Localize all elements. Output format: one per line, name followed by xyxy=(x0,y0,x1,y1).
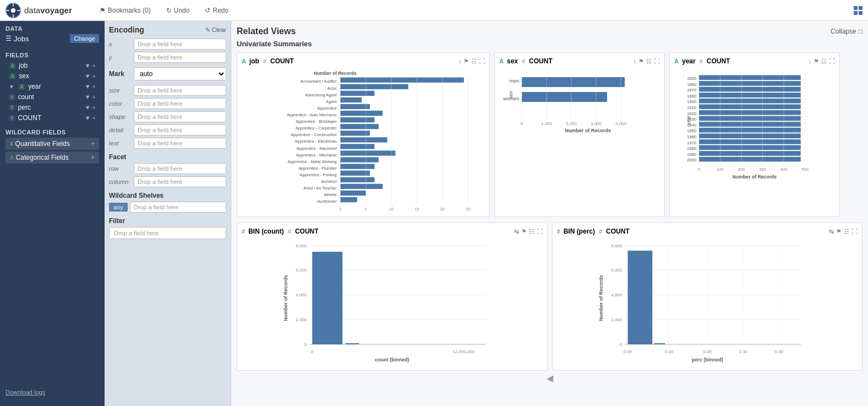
bookmark-icon-count-hist[interactable]: ⚑ xyxy=(521,228,527,235)
add-icon-count[interactable]: + xyxy=(92,94,96,100)
svg-text:0: 0 xyxy=(698,167,700,172)
encoding-title: Encoding xyxy=(109,25,144,34)
expand-icon-count-hist[interactable]: ⛶ xyxy=(537,228,543,235)
expand-icon-perc-hist[interactable]: ⛶ xyxy=(851,228,858,235)
table-icon-count-hist[interactable]: ☷ xyxy=(529,228,534,235)
filter-drop[interactable]: Drop a field here xyxy=(109,227,226,239)
bookmark-icon-year[interactable]: ⚑ xyxy=(814,58,819,65)
add-icon-COUNT[interactable]: + xyxy=(92,115,96,121)
svg-text:0.20: 0.20 xyxy=(703,349,712,354)
mark-select[interactable]: auto bar point line area tick rect xyxy=(134,67,226,80)
collapse-button[interactable]: Collapse □ xyxy=(831,28,862,35)
encoding-shape-drop[interactable]: Drop a field here xyxy=(134,111,226,122)
sex-chart-icons: ↕ ⚑ ☷ ⛶ xyxy=(634,58,660,65)
field-sex[interactable]: A sex ▼ + xyxy=(6,71,99,81)
clear-button[interactable]: ✎ Clear xyxy=(205,26,226,34)
svg-text:Apprentice - Carpenter: Apprentice - Carpenter xyxy=(296,126,337,131)
count-histogram-card: # BIN (count) # COUNT ↹ ⚑ ☷ ⛶ 8,000 6,00 xyxy=(237,223,548,371)
sort-icon-sex[interactable]: ↕ xyxy=(634,58,637,65)
encoding-text-drop[interactable]: Drop a field here xyxy=(134,138,226,149)
svg-text:400: 400 xyxy=(780,167,788,172)
encoding-row-drop[interactable]: Drop a field here xyxy=(134,163,226,174)
svg-text:5: 5 xyxy=(365,207,367,210)
field-COUNT[interactable]: # COUNT ▼ + xyxy=(6,113,99,123)
sort-icon-job[interactable]: ↕ xyxy=(458,58,462,65)
field-perc[interactable]: # perc ▼ + xyxy=(6,102,99,112)
filter-icon-count[interactable]: ▼ xyxy=(85,94,91,100)
encoding-y-drop[interactable]: Drop a field here xyxy=(134,52,226,63)
table-icon-year[interactable]: ☷ xyxy=(821,58,827,65)
undo-button[interactable]: ↻ Undo xyxy=(161,4,195,17)
svg-rect-27 xyxy=(340,124,379,129)
year-chart-x-type: A xyxy=(674,58,679,64)
svg-text:6,000: 6,000 xyxy=(611,268,623,273)
bookmark-icon-sex[interactable]: ⚑ xyxy=(638,58,644,65)
scroll-left-indicator[interactable]: ◀ xyxy=(237,371,862,386)
expand-icon-job[interactable]: ⛶ xyxy=(479,58,485,65)
bottom-charts-row: # BIN (count) # COUNT ↹ ⚑ ☷ ⛶ 8,000 6,00 xyxy=(237,223,862,371)
filter-icon-job[interactable]: ▼ xyxy=(85,62,91,69)
filter-icon-perc[interactable]: ▼ xyxy=(85,104,91,111)
sort-icon-count-hist[interactable]: ↹ xyxy=(514,228,519,235)
grid-view-icon[interactable] xyxy=(854,6,862,15)
add-icon-sex[interactable]: + xyxy=(92,73,96,79)
redo-button[interactable]: ↺ Redo xyxy=(199,4,234,17)
encoding-detail-drop[interactable]: Drop a field here xyxy=(134,124,226,136)
encoding-column-drop[interactable]: Drop a field here xyxy=(134,176,226,187)
download-logs-link[interactable]: Download logs xyxy=(6,389,45,396)
field-count[interactable]: # count ▼ + xyxy=(6,92,99,102)
bookmark-icon-perc-hist[interactable]: ⚑ xyxy=(836,228,842,235)
field-job[interactable]: A job ▼ + xyxy=(6,61,99,71)
table-icon-perc-hist[interactable]: ☷ xyxy=(844,228,849,235)
table-icon-sex[interactable]: ☷ xyxy=(646,58,652,65)
sort-icon-perc-hist[interactable]: ↹ xyxy=(829,228,834,235)
dataset-label: ☰ Jobs xyxy=(6,35,29,43)
related-views-header: Related Views Collapse □ xyxy=(237,26,862,36)
data-section: Data ☰ Jobs Change xyxy=(0,21,105,47)
table-icon-job[interactable]: ☷ xyxy=(471,58,477,65)
field-year[interactable]: ▼ A year ▼ + xyxy=(6,82,99,91)
redo-icon: ↺ xyxy=(205,7,210,14)
year-chart-y-field: COUNT xyxy=(707,57,730,65)
encoding-size-drop[interactable]: Drop a field here xyxy=(134,85,226,96)
filter-icon-year[interactable]: ▼ xyxy=(85,83,91,90)
field-name-job: job xyxy=(19,62,28,69)
svg-rect-75 xyxy=(699,93,801,98)
bookmarks-button[interactable]: ⚑ Bookmarks (0) xyxy=(94,4,156,17)
encoding-color-drop[interactable]: Drop a field here xyxy=(134,98,226,109)
add-icon-job[interactable]: + xyxy=(92,62,96,69)
add-icon-year[interactable]: + xyxy=(92,83,96,90)
bookmark-icon-job[interactable]: ⚑ xyxy=(463,58,469,65)
svg-text:Apprentice - Metal Working: Apprentice - Metal Working xyxy=(288,159,337,164)
filter-icon-sex[interactable]: ▼ xyxy=(85,73,91,79)
sort-icon-year[interactable]: ↕ xyxy=(809,58,812,65)
add-icon-perc[interactable]: + xyxy=(92,104,96,111)
sex-chart-card: A sex # COUNT ↕ ⚑ ☷ ⛶ men women xyxy=(494,52,665,217)
wildcard-quantitative-button[interactable]: # Quantitative Fields + xyxy=(6,138,99,150)
svg-text:Apprentice - Mechanic: Apprentice - Mechanic xyxy=(296,153,337,158)
expand-icon-year[interactable]: ⛶ xyxy=(829,58,835,65)
encoding-x-drop[interactable]: Drop a field here xyxy=(134,39,226,50)
svg-rect-71 xyxy=(699,81,801,86)
svg-text:0: 0 xyxy=(311,349,314,354)
filter-icon-COUNT[interactable]: ▼ xyxy=(85,115,91,121)
add-icon-quant[interactable]: + xyxy=(91,140,95,148)
svg-text:0.00: 0.00 xyxy=(623,349,632,354)
any-button[interactable]: any xyxy=(109,203,128,212)
svg-rect-140 xyxy=(654,343,665,344)
perc-hist-x-type: # xyxy=(557,228,560,235)
svg-text:1880: 1880 xyxy=(687,94,696,99)
svg-point-1 xyxy=(11,8,15,13)
add-icon-cat[interactable]: + xyxy=(91,154,95,161)
svg-text:Apprentice - Plumber: Apprentice - Plumber xyxy=(298,166,337,171)
sex-bar-chart: men women sex 0 1,000 2,000 3,000 4,000 … xyxy=(499,67,660,133)
change-dataset-button[interactable]: Change xyxy=(70,34,99,43)
job-chart-icons: ↕ ⚑ ☷ ⛶ xyxy=(458,58,485,65)
collapse-icon: □ xyxy=(859,28,862,35)
svg-text:1910: 1910 xyxy=(687,105,696,110)
field-name-sex: sex xyxy=(19,72,29,80)
any-drop[interactable]: Drop a field here xyxy=(130,202,226,213)
field-type-count: # xyxy=(9,94,15,100)
expand-icon-sex[interactable]: ⛶ xyxy=(654,58,660,65)
wildcard-categorical-button[interactable]: A Categorical Fields + xyxy=(6,151,99,164)
